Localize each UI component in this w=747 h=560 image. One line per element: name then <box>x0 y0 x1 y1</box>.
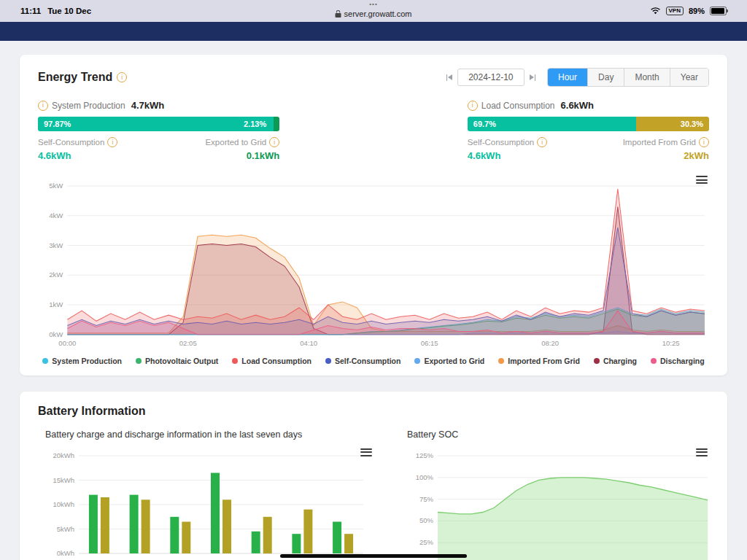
consumption-progress-bar: 69.7% 30.3% <box>468 117 709 131</box>
energy-trend-chart: 0kW1kW2kW3kW4kW5kW00:0002:0504:1006:1508… <box>38 176 709 351</box>
battery-info-title: Battery Information <box>38 405 709 418</box>
energy-chart-legend: System ProductionPhotovoltaic OutputLoad… <box>38 357 709 365</box>
consumption-left-pct: 69.7% <box>473 117 496 131</box>
svg-text:10:25: 10:25 <box>662 339 680 347</box>
consumption-right-pct: 30.3% <box>681 117 703 131</box>
production-bar-right <box>274 117 279 131</box>
svg-text:50%: 50% <box>419 516 434 524</box>
svg-text:10kWh: 10kWh <box>53 500 74 508</box>
battery-icon <box>710 7 727 15</box>
legend-discharging[interactable]: Discharging <box>651 357 705 365</box>
svg-text:125%: 125% <box>416 451 434 459</box>
svg-text:2kW: 2kW <box>49 271 63 279</box>
consumption-summary: Load Consumption 6.6kWh 69.7% 30.3% Self… <box>468 100 709 161</box>
energy-chart-area: 0kW1kW2kW3kW4kW5kW00:0002:0504:1006:1508… <box>38 176 709 351</box>
svg-text:75%: 75% <box>419 494 434 502</box>
battery-soc-menu-icon[interactable] <box>696 448 708 459</box>
production-total: 4.7kWh <box>131 100 165 111</box>
battery-week-subtitle: Battery charge and discharge information… <box>45 429 374 440</box>
production-right-pct: 2.13% <box>244 117 266 131</box>
legend-load-consumption[interactable]: Load Consumption <box>232 357 311 365</box>
legend-system-production[interactable]: System Production <box>42 357 122 365</box>
clock: 11:11 <box>20 7 41 15</box>
production-info-icon[interactable] <box>38 101 48 111</box>
production-sub-left-label: Self-Consumption <box>38 138 104 147</box>
energy-trend-card: Energy Trend 2024-12-10 HourDayMonthYear <box>20 55 727 376</box>
energy-summary-row: System Production 4.7kWh 97.87% 2.13% Se… <box>38 100 709 161</box>
svg-text:08:20: 08:20 <box>541 339 559 347</box>
legend-self-consumption[interactable]: Self-Consumption <box>325 357 400 365</box>
tab-day[interactable]: Day <box>587 69 624 86</box>
consumption-total: 6.6kWh <box>561 100 595 111</box>
date-picker[interactable]: 2024-12-10 <box>457 69 524 86</box>
prev-arrow-icon <box>448 74 452 80</box>
consumption-info-icon[interactable] <box>468 101 478 111</box>
production-sub-left-value: 4.6kWh <box>38 150 117 161</box>
svg-text:0kW: 0kW <box>49 330 63 338</box>
battery-week-section: Battery charge and discharge information… <box>38 429 374 560</box>
address-bar[interactable]: ••• server.growatt.com <box>336 1 412 18</box>
vpn-badge: VPN <box>666 7 684 15</box>
status-left: 11:11 Tue 10 Dec <box>20 7 91 15</box>
energy-trend-title: Energy Trend <box>38 71 112 84</box>
wifi-icon <box>650 7 661 15</box>
status-bar: 11:11 Tue 10 Dec ••• server.growatt.com … <box>0 0 747 22</box>
page-content: Energy Trend 2024-12-10 HourDayMonthYear <box>0 41 747 560</box>
consumption-sub-left-label: Self-Consumption <box>468 138 534 147</box>
next-arrow-icon <box>530 74 534 80</box>
svg-text:1kW: 1kW <box>49 300 63 308</box>
svg-text:3kW: 3kW <box>49 241 63 249</box>
svg-text:00:00: 00:00 <box>58 339 76 347</box>
consumption-label: Load Consumption <box>481 101 555 111</box>
legend-photovoltaic-output[interactable]: Photovoltaic Output <box>136 357 218 365</box>
production-bar-left <box>38 117 274 131</box>
date-prev-button[interactable] <box>444 72 456 83</box>
exported-info-icon[interactable] <box>269 137 279 147</box>
production-sub-right-label: Exported to Grid <box>205 138 266 147</box>
production-summary: System Production 4.7kWh 97.87% 2.13% Se… <box>38 100 279 161</box>
self-consumption-info-icon-2[interactable] <box>537 137 547 147</box>
imported-info-icon[interactable] <box>699 137 709 147</box>
home-indicator[interactable] <box>280 554 467 558</box>
svg-text:5kW: 5kW <box>49 182 63 190</box>
tab-year[interactable]: Year <box>670 69 708 86</box>
energy-trend-info-icon[interactable] <box>117 72 127 82</box>
status-date: Tue 10 Dec <box>47 7 91 15</box>
energy-chart-menu-icon[interactable] <box>696 176 708 186</box>
app-navbar <box>0 22 747 41</box>
legend-imported-from-grid[interactable]: Imported From Grid <box>498 357 580 365</box>
legend-exported-to-grid[interactable]: Exported to Grid <box>414 357 484 365</box>
legend-charging[interactable]: Charging <box>594 357 637 365</box>
battery-week-menu-icon[interactable] <box>360 448 372 459</box>
svg-text:06:15: 06:15 <box>421 339 438 347</box>
battery-soc-chart: 25%50%75%100%125% <box>407 448 713 560</box>
date-next-button[interactable] <box>527 72 539 83</box>
tab-month[interactable]: Month <box>624 69 669 86</box>
svg-text:4kW: 4kW <box>49 211 63 219</box>
svg-text:20kWh: 20kWh <box>53 451 74 459</box>
production-left-pct: 97.87% <box>44 117 71 131</box>
url-text[interactable]: server.growatt.com <box>344 10 412 18</box>
consumption-sub-right-value: 2kWh <box>684 150 709 161</box>
tab-hour[interactable]: Hour <box>548 69 587 86</box>
svg-text:25%: 25% <box>419 538 434 546</box>
battery-percent: 89% <box>689 7 705 15</box>
production-progress-bar: 97.87% 2.13% <box>38 117 279 131</box>
range-tabs: HourDayMonthYear <box>547 68 709 87</box>
svg-text:02:05: 02:05 <box>179 339 197 347</box>
svg-text:15kWh: 15kWh <box>53 475 74 483</box>
consumption-sub-right-label: Imported From Grid <box>623 138 696 147</box>
svg-text:100%: 100% <box>416 473 434 481</box>
battery-soc-section: Battery SOC 25%50%75%100%125% <box>374 429 709 560</box>
production-sub-right-value: 0.1kWh <box>247 150 280 161</box>
svg-text:0kWh: 0kWh <box>57 549 74 557</box>
consumption-sub-left-value: 4.6kWh <box>468 150 547 161</box>
lock-icon <box>336 13 341 18</box>
svg-text:04:10: 04:10 <box>300 339 317 347</box>
self-consumption-info-icon[interactable] <box>107 137 117 147</box>
tab-overflow-dots[interactable]: ••• <box>369 1 377 7</box>
production-label: System Production <box>52 101 125 111</box>
battery-info-card: Battery Information Battery charge and d… <box>20 392 727 560</box>
battery-soc-subtitle: Battery SOC <box>407 429 709 440</box>
screen: 11:11 Tue 10 Dec ••• server.growatt.com … <box>0 0 747 560</box>
